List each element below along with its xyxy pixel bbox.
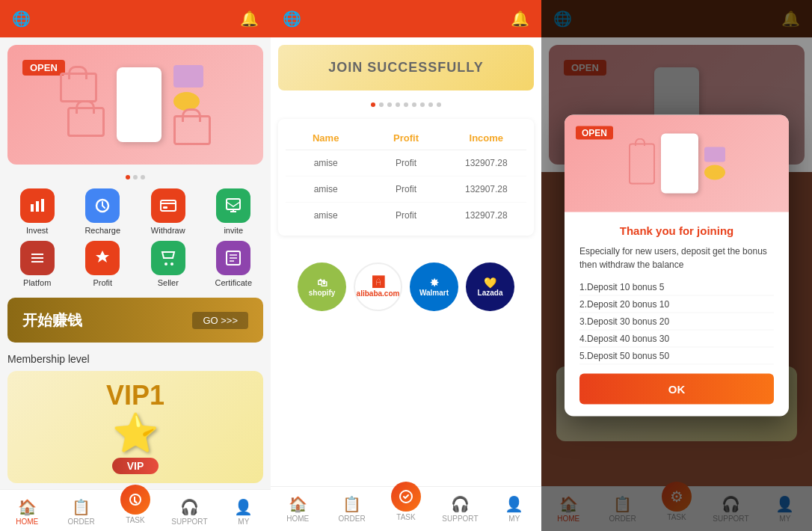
p2-nav-support[interactable]: 🎧 SUPPORT [433,487,487,531]
lazada-logo[interactable]: 💛 Lazada [466,263,514,311]
svg-rect-1 [36,201,39,212]
menu-certificate[interactable]: Certificate [204,241,264,287]
promo-go-button[interactable]: GO >>> [192,312,248,329]
task-label: TASK [126,516,144,524]
bonus-item-3: 3.Deposit 30 bonus 20 [579,313,774,331]
order-label: ORDER [68,518,95,526]
dot-3 [141,175,145,179]
nav-task[interactable]: TASK [108,490,162,531]
cart-left-top [60,73,97,102]
open-tag: OPEN [22,60,65,76]
p2-support-label: SUPPORT [442,515,478,523]
row3-profit: Profit [366,210,446,221]
p2-dot-2 [379,102,384,107]
panel1-bottom-nav: 🏠 HOME 📋 ORDER TASK 🎧 SUPPORT 👤 MY [0,489,271,531]
shopify-logo[interactable]: 🛍 shopify [298,263,346,311]
p2-home-label: HOME [286,515,309,523]
bell-icon[interactable]: 🔔 [240,10,259,28]
svg-rect-2 [41,199,44,212]
menu-invest[interactable]: Invest [7,188,67,235]
vip-card: VIP1 ⭐ VIP [7,371,263,483]
row2-profit: Profit [366,184,446,194]
p2-nav-my[interactable]: 👤 MY [487,487,541,531]
row1-name: amise [286,158,366,168]
menu-profit[interactable]: Profit [73,241,133,287]
panel2-bottom-nav: 🏠 HOME 📋 ORDER TASK 🎧 SUPPORT 👤 MY [271,486,541,531]
menu-withdraw[interactable]: Withdraw [138,188,198,235]
bonus-item-1: 1.Deposit 10 bonus 5 [579,279,774,296]
item-purple [173,65,203,88]
menu-recharge[interactable]: Recharge [73,188,133,235]
profit-table: Name Profit Income amise Profit 132907.2… [278,119,534,236]
menu-invite[interactable]: invite [204,188,264,235]
nav-support[interactable]: 🎧 SUPPORT [162,490,216,531]
modal-description: Especially for new users, deposit get th… [579,245,774,271]
bonus-item-2: 2.Deposit 20 bonus 10 [579,296,774,313]
item-coin [173,92,200,111]
row3-income: 132907.28 [446,210,526,221]
modal-right-items [704,147,725,180]
menu-platform[interactable]: Platfom [7,241,67,287]
recharge-label: Recharge [84,226,120,235]
panel1-header: 🌐 🔔 [0,0,271,37]
row2-name: amise [286,184,366,194]
p2-nav-home[interactable]: 🏠 HOME [271,487,325,531]
dot-1 [126,175,130,179]
col-income: Income [446,132,526,144]
p2-order-icon: 📋 [342,495,361,513]
panel-profit: 🌐 🔔 JOIN SUCCESSFULLY Name Profit Income… [271,0,541,531]
profit-label: Profit [93,278,112,287]
vip-level-text: VIP1 [106,380,164,411]
nav-home[interactable]: 🏠 HOME [0,490,54,531]
svg-point-11 [170,263,173,266]
svg-rect-6 [163,206,167,209]
modal-title: Thank you for joining [579,224,774,237]
p2-nav-order[interactable]: 📋 ORDER [325,487,378,531]
svg-rect-0 [31,204,34,212]
banner-dots [0,175,271,179]
promo-banner[interactable]: 开始赚钱 GO >>> [7,298,263,343]
panel-home: 🌐 🔔 OPEN Invest [0,0,271,531]
p2-dot-7 [420,102,425,107]
p2-task-label: TASK [396,513,415,521]
p2-dot-4 [396,102,400,107]
nav-my[interactable]: 👤 MY [217,490,271,531]
svg-point-10 [164,263,167,266]
promo-cn-text: 开始赚钱 [22,310,82,331]
p2-carousel-dots [271,102,541,107]
nav-order[interactable]: 📋 ORDER [54,490,108,531]
certificate-label: Certificate [215,278,252,287]
profit-icon-circle [85,241,120,275]
task-icon [120,485,150,515]
certificate-icon-circle [216,241,250,275]
p2-globe-icon[interactable]: 🌐 [283,10,301,28]
ok-button[interactable]: OK [579,374,774,405]
globe-icon[interactable]: 🌐 [12,10,31,28]
bonus-list: 1.Deposit 10 bonus 5 2.Deposit 20 bonus … [579,279,774,365]
table-row: amise Profit 132907.28 [286,203,526,228]
seller-icon-circle [151,241,185,275]
row3-name: amise [286,210,366,221]
seller-label: Seller [158,278,179,287]
join-success-text: JOIN SUCCESSFULLY [293,60,519,76]
p2-order-label: ORDER [339,515,366,523]
recharge-icon-circle [85,188,120,223]
menu-seller[interactable]: Seller [138,241,198,287]
modal-phone [661,134,698,194]
dot-2 [133,175,138,179]
bonus-item-4: 4.Deposit 40 bonus 30 [579,331,774,348]
walmart-logo[interactable]: ✸ Walmart [410,263,458,311]
modal-open-tag: OPEN [576,126,613,140]
row2-income: 132907.28 [446,184,526,194]
vip-star-icon: ⭐ [112,411,159,455]
table-row: amise Profit 132907.28 [286,177,526,203]
p2-bell-icon[interactable]: 🔔 [511,10,529,28]
phone-image [117,67,162,142]
home-icon: 🏠 [18,498,37,516]
menu-icons-grid: Invest Recharge Withdraw invite Platfom [0,182,271,293]
alibaba-logo[interactable]: 🅰 alibaba.com [354,263,402,311]
p2-nav-task[interactable]: TASK [379,487,433,531]
withdraw-icon-circle [151,188,185,223]
col-name: Name [286,132,366,144]
cart-left-bottom [67,107,105,137]
